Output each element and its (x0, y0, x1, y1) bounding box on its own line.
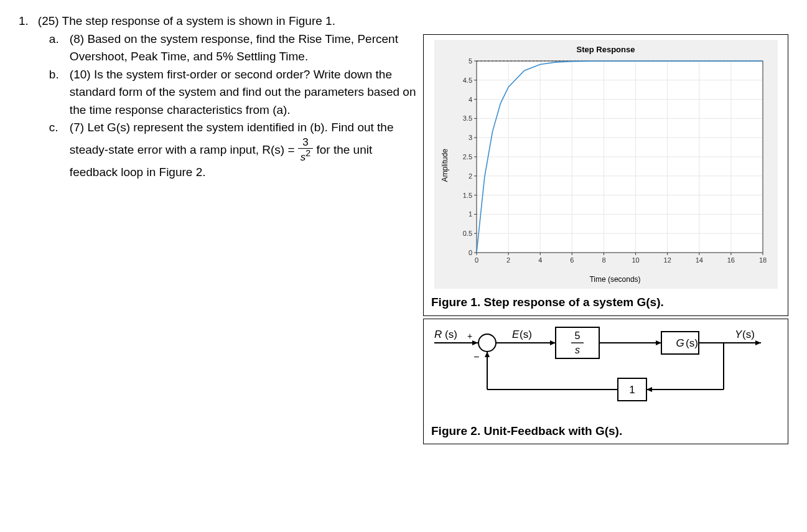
svg-text:(s): (s) (520, 329, 532, 340)
svg-text:2.5: 2.5 (462, 153, 472, 161)
svg-text:2: 2 (506, 256, 510, 264)
question-stem: The step response of a system is shown i… (62, 14, 335, 27)
part-b-points: (10) (70, 68, 91, 81)
block-diagram-svg: R(s)+−E(s)5sG(s)Y(s)1 (431, 324, 767, 418)
svg-text:18: 18 (758, 256, 766, 264)
svg-text:0: 0 (474, 256, 478, 264)
question-points: (25) (38, 14, 59, 27)
svg-marker-87 (755, 340, 761, 345)
svg-text:10: 10 (632, 256, 639, 264)
svg-marker-82 (656, 340, 661, 345)
part-a-text: Based on the system response, find the R… (70, 32, 398, 63)
svg-text:16: 16 (727, 256, 734, 264)
svg-point-71 (478, 334, 496, 352)
svg-text:−: − (473, 352, 479, 362)
svg-marker-69 (472, 340, 478, 345)
chart-svg: 02468101214161800.511.522.533.544.55 (452, 57, 769, 269)
part-a-label: a. (49, 30, 60, 66)
block-diagram: R(s)+−E(s)5sG(s)Y(s)1 (431, 324, 780, 418)
svg-text:s: s (575, 345, 580, 355)
question-text: 1. (25) The step response of a system is… (19, 12, 417, 447)
svg-text:6: 6 (570, 256, 574, 264)
part-b-text: Is the system first-order or second orde… (70, 68, 416, 116)
svg-text:5: 5 (468, 57, 472, 65)
svg-text:E: E (512, 329, 520, 340)
chart-ylabel: Amplitude (438, 149, 452, 182)
part-c-points: (7) (70, 121, 84, 134)
svg-marker-74 (550, 340, 556, 345)
svg-text:2: 2 (468, 172, 472, 179)
svg-text:4: 4 (468, 95, 472, 103)
svg-text:R: R (434, 329, 442, 340)
svg-text:8: 8 (602, 256, 605, 264)
chart-xlabel: Time (seconds) (457, 274, 774, 285)
chart-title: Step Response (438, 42, 774, 57)
svg-text:0: 0 (468, 249, 472, 256)
figure-2-caption: Figure 2. Unit-Feedback with G(s). (431, 422, 780, 441)
part-c-fraction: 3s2 (298, 137, 313, 164)
figure-1: Step Response Amplitude 0246810121416180… (423, 34, 788, 316)
svg-text:1: 1 (629, 384, 635, 396)
svg-text:4: 4 (538, 256, 542, 264)
figure-1-caption: Figure 1. Step response of a system G(s)… (431, 294, 780, 312)
step-response-chart: Step Response Amplitude 0246810121416180… (434, 40, 778, 289)
svg-text:1.5: 1.5 (462, 191, 472, 198)
svg-text:0.5: 0.5 (462, 230, 472, 237)
svg-text:4.5: 4.5 (462, 76, 472, 83)
part-b-label: b. (49, 66, 60, 119)
svg-marker-97 (485, 352, 490, 357)
svg-text:12: 12 (663, 256, 671, 264)
question-number: 1. (19, 12, 29, 181)
svg-text:(s): (s) (686, 337, 698, 349)
figure-2: R(s)+−E(s)5sG(s)Y(s)1 Figure 2. Unit-Fee… (423, 319, 788, 445)
svg-text:1: 1 (468, 210, 472, 218)
svg-text:3.5: 3.5 (462, 114, 472, 122)
svg-text:+: + (467, 331, 472, 341)
svg-text:(s): (s) (445, 329, 457, 340)
svg-marker-92 (646, 387, 652, 392)
svg-text:(s): (s) (742, 329, 755, 340)
svg-text:G: G (676, 337, 684, 349)
svg-text:14: 14 (695, 256, 702, 264)
svg-text:3: 3 (468, 134, 472, 141)
svg-text:5: 5 (575, 330, 581, 341)
part-a-points: (8) (70, 32, 84, 45)
part-c-label: c. (49, 119, 60, 181)
